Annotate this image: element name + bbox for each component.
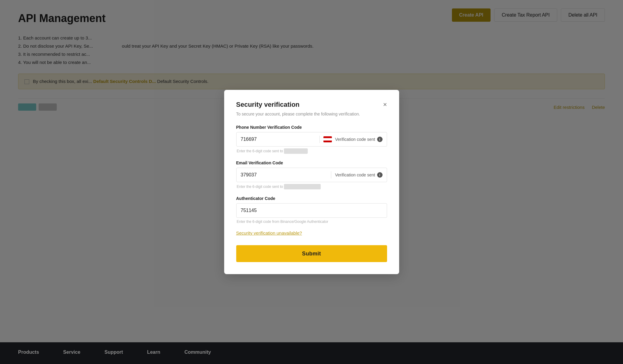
phone-code-input[interactable] [241, 137, 316, 142]
email-verification-section: Email Verification Code Verification cod… [236, 160, 387, 189]
email-label: Email Verification Code [236, 160, 387, 165]
email-sent-status: Verification code sent i [335, 172, 382, 178]
modal-close-button[interactable]: × [383, 101, 387, 108]
phone-sent-status: Verification code sent i [335, 137, 382, 142]
phone-input-row: Verification code sent i [236, 132, 387, 147]
authenticator-code-input[interactable] [241, 208, 383, 213]
email-code-input[interactable] [241, 172, 328, 178]
authenticator-label: Authenticator Code [236, 196, 387, 201]
phone-hint: Enter the 6-digit code sent to ███ ████ [236, 148, 387, 154]
flag-icon [323, 136, 332, 142]
modal-title: Security verification [236, 101, 300, 109]
modal-subtitle: To secure your account, please complete … [236, 112, 387, 116]
security-verification-modal: Security verification × To secure your a… [224, 90, 399, 274]
phone-blurred-number: ███ ████ [284, 148, 308, 154]
separator-1 [319, 136, 320, 143]
email-hint: Enter the 6-digit code sent to ██████ ██… [236, 184, 387, 189]
authenticator-section: Authenticator Code Enter the 6-digit cod… [236, 196, 387, 224]
authenticator-input-row [236, 203, 387, 218]
phone-label: Phone Number Verification Code [236, 125, 387, 130]
phone-info-icon[interactable]: i [377, 137, 383, 142]
submit-button[interactable]: Submit [236, 245, 387, 262]
email-blurred-address: ██████ ██████ [284, 184, 320, 189]
separator-2 [331, 171, 331, 179]
modal-overlay: Security verification × To secure your a… [0, 0, 623, 364]
authenticator-hint: Enter the 6-digit code from Binance/Goog… [236, 220, 387, 224]
security-unavailable-link[interactable]: Security verification unavailable? [236, 230, 302, 236]
email-info-icon[interactable]: i [377, 172, 383, 178]
modal-header: Security verification × [236, 101, 387, 109]
phone-verification-section: Phone Number Verification Code Verificat… [236, 125, 387, 154]
email-input-row: Verification code sent i [236, 168, 387, 182]
